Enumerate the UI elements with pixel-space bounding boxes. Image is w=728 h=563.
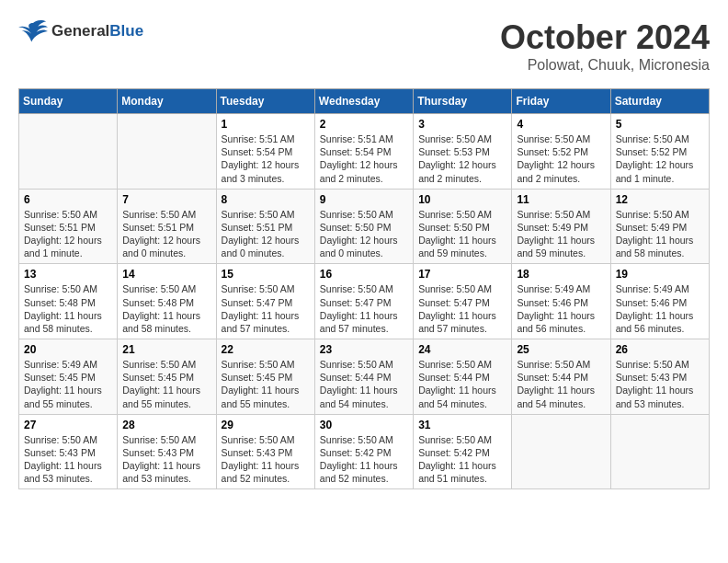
calendar-cell: 18Sunrise: 5:49 AMSunset: 5:46 PMDayligh… [512, 264, 610, 339]
location: Polowat, Chuuk, Micronesia [500, 57, 710, 74]
calendar-cell [118, 114, 216, 190]
calendar-cell: 12Sunrise: 5:50 AMSunset: 5:49 PMDayligh… [610, 189, 709, 264]
day-number: 31 [418, 419, 506, 431]
calendar-header-row: SundayMondayTuesdayWednesdayThursdayFrid… [19, 89, 710, 114]
calendar-cell: 17Sunrise: 5:50 AMSunset: 5:47 PMDayligh… [414, 264, 512, 339]
day-number: 14 [122, 268, 210, 281]
calendar-cell: 9Sunrise: 5:50 AMSunset: 5:50 PMDaylight… [314, 189, 413, 264]
day-info: Sunrise: 5:50 AMSunset: 5:49 PMDaylight:… [517, 208, 605, 260]
calendar-cell: 15Sunrise: 5:50 AMSunset: 5:47 PMDayligh… [216, 264, 314, 339]
day-number: 25 [517, 343, 605, 356]
day-info: Sunrise: 5:50 AMSunset: 5:50 PMDaylight:… [320, 208, 408, 260]
calendar-cell: 31Sunrise: 5:50 AMSunset: 5:42 PMDayligh… [414, 414, 512, 489]
calendar-cell [610, 414, 709, 489]
day-info: Sunrise: 5:50 AMSunset: 5:44 PMDaylight:… [418, 358, 506, 410]
calendar-cell: 6Sunrise: 5:50 AMSunset: 5:51 PMDaylight… [19, 189, 118, 264]
day-info: Sunrise: 5:50 AMSunset: 5:50 PMDaylight:… [418, 208, 506, 260]
day-number: 24 [418, 343, 506, 356]
day-number: 16 [320, 268, 408, 281]
day-number: 10 [418, 193, 506, 206]
day-info: Sunrise: 5:50 AMSunset: 5:51 PMDaylight:… [222, 208, 310, 260]
day-number: 26 [616, 343, 704, 356]
day-info: Sunrise: 5:50 AMSunset: 5:49 PMDaylight:… [616, 208, 704, 260]
logo: GeneralBlue [18, 18, 143, 44]
day-info: Sunrise: 5:50 AMSunset: 5:43 PMDaylight:… [24, 433, 112, 486]
day-number: 4 [517, 118, 605, 131]
week-row-2: 6Sunrise: 5:50 AMSunset: 5:51 PMDaylight… [19, 189, 710, 264]
day-header-friday: Friday [512, 89, 610, 114]
calendar-cell: 25Sunrise: 5:50 AMSunset: 5:44 PMDayligh… [512, 339, 610, 415]
day-number: 1 [222, 118, 310, 131]
calendar-cell: 7Sunrise: 5:50 AMSunset: 5:51 PMDaylight… [118, 189, 216, 264]
day-info: Sunrise: 5:50 AMSunset: 5:52 PMDaylight:… [517, 132, 605, 185]
day-number: 12 [616, 193, 704, 206]
day-info: Sunrise: 5:50 AMSunset: 5:43 PMDaylight:… [122, 433, 210, 486]
day-info: Sunrise: 5:50 AMSunset: 5:53 PMDaylight:… [418, 132, 506, 185]
day-number: 2 [320, 118, 408, 131]
calendar-cell: 5Sunrise: 5:50 AMSunset: 5:52 PMDaylight… [610, 114, 709, 190]
day-number: 20 [24, 343, 112, 356]
day-header-sunday: Sunday [19, 89, 118, 114]
day-info: Sunrise: 5:50 AMSunset: 5:42 PMDaylight:… [418, 433, 506, 486]
day-info: Sunrise: 5:50 AMSunset: 5:47 PMDaylight:… [320, 282, 408, 335]
calendar-cell [19, 114, 118, 190]
day-number: 11 [517, 193, 605, 206]
title-block: October 2024 Polowat, Chuuk, Micronesia [500, 18, 710, 74]
day-number: 5 [616, 118, 704, 131]
calendar-cell: 2Sunrise: 5:51 AMSunset: 5:54 PMDaylight… [314, 114, 413, 190]
day-number: 3 [418, 118, 506, 131]
day-number: 9 [320, 193, 408, 206]
calendar-cell: 29Sunrise: 5:50 AMSunset: 5:43 PMDayligh… [216, 414, 314, 489]
day-info: Sunrise: 5:49 AMSunset: 5:45 PMDaylight:… [24, 358, 112, 410]
calendar-cell: 3Sunrise: 5:50 AMSunset: 5:53 PMDaylight… [414, 114, 512, 190]
week-row-3: 13Sunrise: 5:50 AMSunset: 5:48 PMDayligh… [19, 264, 710, 339]
calendar-cell: 16Sunrise: 5:50 AMSunset: 5:47 PMDayligh… [314, 264, 413, 339]
day-info: Sunrise: 5:50 AMSunset: 5:42 PMDaylight:… [320, 433, 408, 486]
day-info: Sunrise: 5:50 AMSunset: 5:51 PMDaylight:… [122, 208, 210, 260]
day-number: 30 [320, 419, 408, 431]
calendar-cell: 21Sunrise: 5:50 AMSunset: 5:45 PMDayligh… [118, 339, 216, 415]
calendar-cell: 23Sunrise: 5:50 AMSunset: 5:44 PMDayligh… [314, 339, 413, 415]
day-number: 17 [418, 268, 506, 281]
day-number: 19 [616, 268, 704, 281]
day-header-monday: Monday [118, 89, 216, 114]
day-info: Sunrise: 5:49 AMSunset: 5:46 PMDaylight:… [517, 282, 605, 335]
day-info: Sunrise: 5:50 AMSunset: 5:48 PMDaylight:… [24, 282, 112, 335]
day-number: 22 [222, 343, 310, 356]
day-header-thursday: Thursday [414, 89, 512, 114]
day-number: 6 [24, 193, 112, 206]
day-info: Sunrise: 5:50 AMSunset: 5:45 PMDaylight:… [122, 358, 210, 410]
week-row-1: 1Sunrise: 5:51 AMSunset: 5:54 PMDaylight… [19, 114, 710, 190]
day-number: 23 [320, 343, 408, 356]
day-number: 15 [222, 268, 310, 281]
logo-icon [18, 18, 48, 44]
calendar-cell [512, 414, 610, 489]
page-header: GeneralBlue October 2024 Polowat, Chuuk,… [18, 18, 710, 74]
day-number: 13 [24, 268, 112, 281]
calendar-cell: 28Sunrise: 5:50 AMSunset: 5:43 PMDayligh… [118, 414, 216, 489]
day-info: Sunrise: 5:51 AMSunset: 5:54 PMDaylight:… [320, 132, 408, 185]
calendar-cell: 4Sunrise: 5:50 AMSunset: 5:52 PMDaylight… [512, 114, 610, 190]
day-info: Sunrise: 5:49 AMSunset: 5:46 PMDaylight:… [616, 282, 704, 335]
day-info: Sunrise: 5:50 AMSunset: 5:51 PMDaylight:… [24, 208, 112, 260]
calendar-cell: 13Sunrise: 5:50 AMSunset: 5:48 PMDayligh… [19, 264, 118, 339]
day-number: 21 [122, 343, 210, 356]
day-header-saturday: Saturday [610, 89, 709, 114]
calendar-cell: 26Sunrise: 5:50 AMSunset: 5:43 PMDayligh… [610, 339, 709, 415]
calendar-cell: 1Sunrise: 5:51 AMSunset: 5:54 PMDaylight… [216, 114, 314, 190]
calendar-cell: 14Sunrise: 5:50 AMSunset: 5:48 PMDayligh… [118, 264, 216, 339]
day-info: Sunrise: 5:50 AMSunset: 5:43 PMDaylight:… [222, 433, 310, 486]
week-row-5: 27Sunrise: 5:50 AMSunset: 5:43 PMDayligh… [19, 414, 710, 489]
day-info: Sunrise: 5:50 AMSunset: 5:52 PMDaylight:… [616, 132, 704, 185]
day-info: Sunrise: 5:50 AMSunset: 5:44 PMDaylight:… [320, 358, 408, 410]
calendar-cell: 8Sunrise: 5:50 AMSunset: 5:51 PMDaylight… [216, 189, 314, 264]
day-info: Sunrise: 5:50 AMSunset: 5:43 PMDaylight:… [616, 358, 704, 410]
month-title: October 2024 [500, 18, 710, 57]
calendar-cell: 30Sunrise: 5:50 AMSunset: 5:42 PMDayligh… [314, 414, 413, 489]
day-number: 8 [222, 193, 310, 206]
calendar-cell: 24Sunrise: 5:50 AMSunset: 5:44 PMDayligh… [414, 339, 512, 415]
calendar-cell: 27Sunrise: 5:50 AMSunset: 5:43 PMDayligh… [19, 414, 118, 489]
day-info: Sunrise: 5:50 AMSunset: 5:48 PMDaylight:… [122, 282, 210, 335]
day-header-tuesday: Tuesday [216, 89, 314, 114]
day-info: Sunrise: 5:50 AMSunset: 5:44 PMDaylight:… [517, 358, 605, 410]
